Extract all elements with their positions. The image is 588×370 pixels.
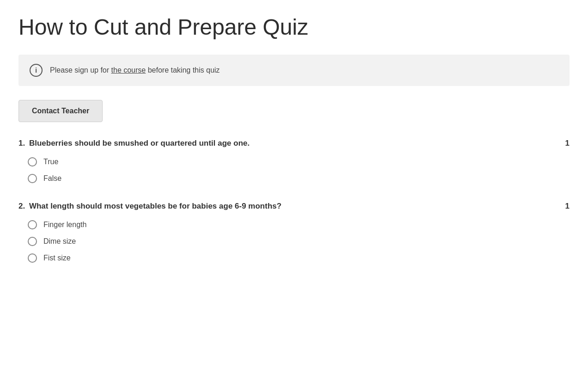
- contact-teacher-button[interactable]: Contact Teacher: [18, 100, 103, 122]
- question-text-1: 1. Blueberries should be smushed or quar…: [18, 139, 250, 148]
- radio-option-2-2[interactable]: [28, 237, 37, 246]
- radio-option-2-1[interactable]: [28, 220, 37, 229]
- questions-container: 1. Blueberries should be smushed or quar…: [18, 139, 570, 263]
- course-link[interactable]: the course: [111, 66, 146, 74]
- question-block-1: 1. Blueberries should be smushed or quar…: [18, 139, 570, 183]
- question-points-1: 1: [565, 139, 570, 148]
- page-title: How to Cut and Prepare Quiz: [18, 14, 570, 41]
- question-header-1: 1. Blueberries should be smushed or quar…: [18, 139, 570, 148]
- option-label-1-2: False: [43, 174, 61, 183]
- option-label-2-3: Fist size: [43, 254, 71, 262]
- question-points-2: 1: [565, 202, 570, 211]
- radio-option-2-3[interactable]: [28, 253, 37, 263]
- option-label-2-1: Finger length: [43, 221, 86, 229]
- radio-option-1-1[interactable]: [28, 157, 37, 166]
- list-item: Fist size: [28, 253, 570, 263]
- list-item: False: [28, 174, 570, 183]
- list-item: True: [28, 157, 570, 166]
- question-number-prefix-1: 1.: [18, 139, 25, 148]
- question-header-2: 2. What length should most vegetables be…: [18, 202, 570, 211]
- info-banner: i Please sign up for the course before t…: [18, 55, 570, 86]
- list-item: Finger length: [28, 220, 570, 229]
- list-item: Dime size: [28, 237, 570, 246]
- option-label-1-1: True: [43, 158, 58, 166]
- radio-option-1-2[interactable]: [28, 174, 37, 183]
- info-icon: i: [30, 64, 43, 77]
- options-list-1: TrueFalse: [18, 157, 570, 183]
- options-list-2: Finger lengthDime sizeFist size: [18, 220, 570, 263]
- info-banner-text: Please sign up for the course before tak…: [50, 66, 220, 74]
- question-block-2: 2. What length should most vegetables be…: [18, 202, 570, 263]
- question-text-2: 2. What length should most vegetables be…: [18, 202, 282, 211]
- option-label-2-2: Dime size: [43, 237, 76, 246]
- question-number-prefix-2: 2.: [18, 202, 25, 210]
